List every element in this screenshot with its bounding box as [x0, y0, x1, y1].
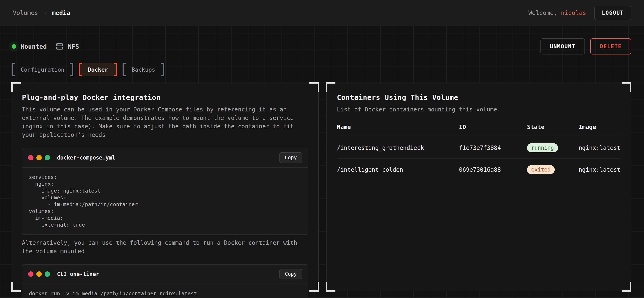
- container-id: f1e73e7f3884: [459, 137, 527, 159]
- tab-bracket-left: [79, 63, 82, 76]
- breadcrumb: Volumes › media: [13, 9, 70, 16]
- green-dot-icon: [45, 271, 50, 277]
- container-id: 069e73016a88: [459, 159, 527, 180]
- driver-status: NFS: [56, 43, 79, 50]
- container-image: nginx:latest: [579, 137, 620, 159]
- unmount-button[interactable]: UNMOUNT: [540, 38, 585, 54]
- welcome-text: Welcome, nicolas: [528, 9, 586, 16]
- tab-bracket-left: [122, 63, 126, 76]
- copy-compose-button[interactable]: Copy: [280, 152, 302, 163]
- breadcrumb-chevron-icon: ›: [44, 10, 47, 16]
- username: nicolas: [561, 9, 586, 16]
- server-icon: [56, 43, 63, 50]
- panel-corner-bracket: [622, 282, 632, 292]
- cli-code-header: CLI one-liner Copy: [22, 265, 308, 284]
- red-dot-icon: [28, 155, 34, 160]
- volume-actions: UNMOUNT DELETE: [540, 38, 632, 54]
- panel-corner-bracket: [11, 282, 21, 292]
- compose-code-block: docker-compose.yml Copy services: nginx:…: [22, 148, 308, 235]
- breadcrumb-current-volume: media: [52, 9, 70, 16]
- mount-status-label: Mounted: [21, 43, 47, 50]
- traffic-light-dots: [28, 271, 50, 277]
- amber-dot-icon: [36, 155, 42, 160]
- compose-filename: docker-compose.yml: [57, 154, 115, 161]
- tab-label: Backups: [126, 63, 161, 76]
- panel-corner-bracket: [310, 282, 319, 292]
- compose-code: services: nginx: image: nginx:latest vol…: [22, 167, 308, 234]
- mount-status: Mounted: [12, 43, 47, 50]
- tab-bracket-left: [12, 63, 15, 76]
- logout-button[interactable]: LOGOUT: [594, 5, 631, 20]
- column-header-image: Image: [579, 124, 620, 137]
- status-row: Mounted NFS UNMOUNT DELETE: [12, 38, 631, 54]
- tab-label: Docker: [82, 63, 114, 76]
- panel-corner-bracket: [326, 82, 336, 92]
- container-image: nginx:latest: [579, 159, 620, 180]
- containers-panel-subtitle: List of Docker containers mounting this …: [337, 105, 620, 114]
- docker-panel-title: Plug-and-play Docker integration: [22, 93, 308, 102]
- tab-label: Configuration: [15, 63, 70, 76]
- breadcrumb-volumes-link[interactable]: Volumes: [13, 9, 38, 16]
- traffic-light-dots: [28, 155, 50, 160]
- docker-panel-description: This volume can be used in your Docker C…: [22, 105, 308, 139]
- table-row: /interesting_grothendieck f1e73e7f3884 r…: [337, 137, 620, 159]
- container-name: /interesting_grothendieck: [337, 137, 459, 159]
- main-content: Mounted NFS UNMOUNT DELETE Configuration…: [0, 38, 644, 292]
- driver-label: NFS: [68, 43, 79, 50]
- cli-filename: CLI one-liner: [57, 271, 99, 277]
- panel-corner-bracket: [310, 82, 319, 92]
- panel-corner-bracket: [326, 282, 336, 292]
- delete-button[interactable]: DELETE: [590, 38, 631, 54]
- status-badge: exited: [527, 165, 555, 174]
- compose-code-header: docker-compose.yml Copy: [22, 148, 308, 167]
- tab-bracket-right: [161, 63, 164, 76]
- welcome-label: Welcome,: [528, 9, 561, 16]
- green-dot-icon: [45, 155, 50, 160]
- status-badge: running: [527, 143, 558, 152]
- top-bar: Volumes › media Welcome, nicolas LOGOUT: [0, 0, 644, 26]
- column-header-name: Name: [337, 124, 459, 137]
- column-header-state: State: [527, 124, 578, 137]
- table-row: /intelligent_colden 069e73016a88 exited …: [337, 159, 620, 180]
- docker-integration-panel: Plug-and-play Docker integration This vo…: [12, 83, 319, 292]
- panel-corner-bracket: [11, 82, 21, 92]
- cli-intro-text: Alternatively, you can use the following…: [22, 239, 308, 256]
- top-bar-right: Welcome, nicolas LOGOUT: [528, 5, 631, 20]
- tab-docker[interactable]: Docker: [79, 63, 117, 76]
- containers-table-header-row: Name ID State Image: [337, 124, 620, 137]
- column-header-id: ID: [459, 124, 527, 137]
- cli-code-block: CLI one-liner Copy docker run -v im-medi…: [22, 264, 308, 298]
- tab-configuration[interactable]: Configuration: [12, 63, 73, 76]
- amber-dot-icon: [36, 271, 42, 277]
- tab-bracket-right: [70, 63, 73, 76]
- containers-table: Name ID State Image /interesting_grothen…: [337, 124, 620, 180]
- cli-code: docker run -v im-media:/path/in/containe…: [22, 284, 308, 298]
- tab-bracket-right: [114, 63, 117, 76]
- mounted-status-dot: [12, 44, 16, 49]
- copy-cli-button[interactable]: Copy: [280, 269, 302, 280]
- red-dot-icon: [28, 271, 34, 277]
- panel-corner-bracket: [622, 82, 632, 92]
- tab-bar: Configuration Docker Backups: [12, 63, 631, 76]
- containers-panel-title: Containers Using This Volume: [337, 93, 620, 102]
- panels-row: Plug-and-play Docker integration This vo…: [12, 83, 631, 292]
- container-name: /intelligent_colden: [337, 159, 459, 180]
- containers-panel: Containers Using This Volume List of Doc…: [326, 83, 631, 292]
- tab-backups[interactable]: Backups: [122, 63, 164, 76]
